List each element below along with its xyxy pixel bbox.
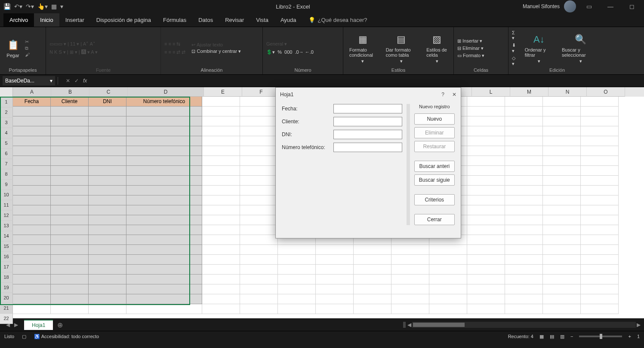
cell-M11[interactable] [505, 195, 543, 205]
number-format-dropdown[interactable]: General ▾ [266, 41, 314, 47]
cell-M1[interactable] [505, 97, 543, 107]
cell-L22[interactable] [467, 304, 505, 314]
cell-M3[interactable] [505, 116, 543, 126]
cell-D21[interactable] [126, 294, 202, 304]
cell-D10[interactable] [126, 186, 202, 195]
save-icon[interactable]: 💾 [3, 3, 11, 10]
cell-F1[interactable] [240, 97, 278, 107]
row-header-14[interactable]: 14 [0, 231, 13, 241]
tab-insertar[interactable]: Insertar [59, 13, 90, 27]
cell-A18[interactable] [13, 265, 51, 275]
cell-N21[interactable] [543, 294, 581, 304]
cell-L15[interactable] [467, 235, 505, 245]
dialog-close-icon[interactable]: ✕ [452, 92, 456, 98]
cell-I16[interactable] [354, 245, 391, 255]
tab-revisar[interactable]: Revisar [219, 13, 250, 27]
cell-N13[interactable] [543, 215, 581, 225]
row-header-12[interactable]: 12 [0, 211, 13, 221]
cell-L13[interactable] [467, 215, 505, 225]
cell-D16[interactable] [126, 245, 202, 255]
cell-K19[interactable] [429, 275, 467, 284]
row-header-3[interactable]: 3 [0, 118, 13, 128]
cell-styles-button[interactable]: ▨Estilos de celda ▾ [424, 32, 450, 65]
macro-record-icon[interactable]: ▢ [22, 334, 26, 339]
wrap-text-button[interactable]: ↩ Ajustar texto [191, 42, 241, 48]
zoom-slider[interactable] [579, 336, 622, 337]
tab-next-icon[interactable]: ▶ [14, 322, 18, 328]
cell-B15[interactable] [51, 235, 89, 245]
row-header-17[interactable]: 17 [0, 262, 13, 272]
cell-L17[interactable] [467, 255, 505, 265]
cell-A14[interactable] [13, 225, 51, 235]
cell-L3[interactable] [467, 116, 505, 126]
cell-C20[interactable] [89, 284, 126, 294]
col-header-F[interactable]: F [242, 87, 280, 97]
cell-F6[interactable] [240, 146, 278, 156]
cell-C6[interactable] [89, 146, 126, 156]
cell-E21[interactable] [202, 294, 240, 304]
cell-J20[interactable] [391, 284, 429, 294]
cell-E14[interactable] [202, 225, 240, 235]
view-layout-icon[interactable]: ▤ [550, 334, 554, 339]
cell-E15[interactable] [202, 235, 240, 245]
cell-A20[interactable] [13, 284, 51, 294]
formula-bar-input[interactable] [92, 76, 644, 85]
cell-D7[interactable] [126, 156, 202, 166]
cell-I19[interactable] [354, 275, 391, 284]
cell-F5[interactable] [240, 136, 278, 146]
zoom-level[interactable]: 1 [637, 334, 640, 339]
cell-A8[interactable] [13, 166, 51, 176]
cell-B12[interactable] [51, 205, 89, 215]
cell-B21[interactable] [51, 294, 89, 304]
cell-M22[interactable] [505, 304, 543, 314]
cell-C7[interactable] [89, 156, 126, 166]
cell-H18[interactable] [316, 265, 354, 275]
field-input-fecha[interactable] [333, 104, 402, 113]
enter-formula-icon[interactable]: ✓ [74, 78, 79, 84]
cell-F11[interactable] [240, 195, 278, 205]
cell-I20[interactable] [354, 284, 391, 294]
cell-L16[interactable] [467, 245, 505, 255]
cell-C5[interactable] [89, 136, 126, 146]
cell-C1[interactable]: DNI [89, 97, 126, 107]
cell-N15[interactable] [543, 235, 581, 245]
cell-I18[interactable] [354, 265, 391, 275]
tell-me-search[interactable]: 💡 ¿Qué desea hacer? [302, 13, 373, 27]
cell-A6[interactable] [13, 146, 51, 156]
row-header-2[interactable]: 2 [0, 107, 13, 118]
cell-L6[interactable] [467, 146, 505, 156]
cell-F20[interactable] [240, 284, 278, 294]
cell-A13[interactable] [13, 215, 51, 225]
cell-O5[interactable] [581, 136, 619, 146]
format-cells-button[interactable]: ▭ Formato ▾ [457, 53, 484, 58]
cell-A11[interactable] [13, 195, 51, 205]
cell-J22[interactable] [391, 304, 429, 314]
cell-H22[interactable] [316, 304, 354, 314]
cell-E16[interactable] [202, 245, 240, 255]
cell-L18[interactable] [467, 265, 505, 275]
cell-C2[interactable] [89, 107, 126, 116]
cell-F8[interactable] [240, 166, 278, 176]
undo-icon[interactable]: ↶▾ [14, 3, 22, 10]
cell-B17[interactable] [51, 255, 89, 265]
field-input-telefono[interactable] [333, 143, 402, 152]
cell-E13[interactable] [202, 215, 240, 225]
cell-D11[interactable] [126, 195, 202, 205]
cell-D2[interactable] [126, 107, 202, 116]
cell-O8[interactable] [581, 166, 619, 176]
currency-icon[interactable]: 💲▾ [266, 49, 275, 55]
row-header-15[interactable]: 15 [0, 241, 13, 252]
cell-G18[interactable] [278, 265, 316, 275]
minimize-icon[interactable]: — [602, 3, 619, 10]
cell-M9[interactable] [505, 176, 543, 186]
cell-M14[interactable] [505, 225, 543, 235]
cell-L4[interactable] [467, 126, 505, 136]
cell-D8[interactable] [126, 166, 202, 176]
col-header-O[interactable]: O [587, 87, 625, 97]
cell-M4[interactable] [505, 126, 543, 136]
cell-M7[interactable] [505, 156, 543, 166]
cell-D4[interactable] [126, 126, 202, 136]
cell-G17[interactable] [278, 255, 316, 265]
cell-L2[interactable] [467, 107, 505, 116]
cell-H19[interactable] [316, 275, 354, 284]
